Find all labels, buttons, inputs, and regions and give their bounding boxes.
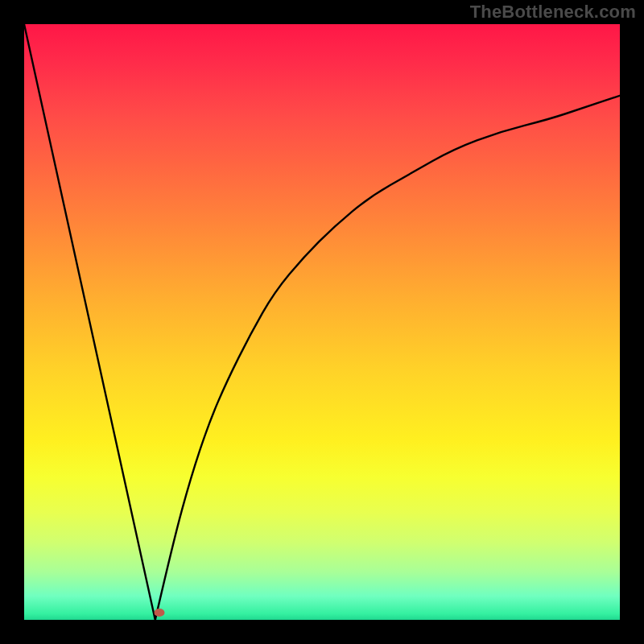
minimum-marker xyxy=(155,609,165,617)
plot-area xyxy=(24,24,620,620)
watermark-text: TheBottleneck.com xyxy=(470,2,636,23)
bottleneck-curve xyxy=(24,24,620,620)
chart-frame: TheBottleneck.com xyxy=(0,0,644,644)
curve-path xyxy=(24,24,620,620)
